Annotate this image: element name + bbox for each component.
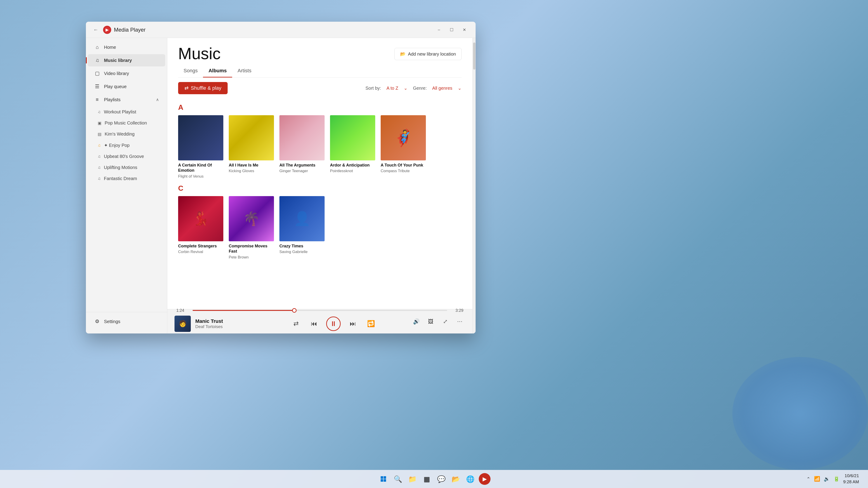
taskbar-files-button[interactable]: 📂 [450, 473, 462, 485]
sidebar: ⌂ Home ♫ Music library ▢ Video library ☰… [86, 38, 167, 333]
album-card[interactable]: All I Have Is Me Kicking Gloves [229, 115, 274, 179]
volume-button[interactable]: 🔊 [411, 316, 422, 327]
album-artist: Pointlessknot [330, 169, 375, 173]
chevron-up-icon: ∧ [156, 97, 159, 102]
track-text: Manic Trust Deaf Tortoises [195, 318, 256, 329]
chevron-up-system-icon[interactable]: ⌃ [807, 476, 810, 482]
album-artist: Kicking Gloves [229, 169, 274, 173]
settings-gear-icon: ⚙ [94, 319, 100, 324]
scrollbar-track[interactable] [472, 38, 475, 333]
sort-genre-controls: Sort by: A to Z ⌄ Genre: All genres ⌄ [366, 86, 462, 91]
genre-value[interactable]: All genres [432, 86, 452, 91]
playlist-item-enjoy-pop[interactable]: ♫ ✦ Enjoy Pop [91, 140, 165, 151]
taskbar-explorer-button[interactable]: 📁 [406, 473, 418, 485]
player-extras: 🔊 🖼 ⤢ ⋯ [411, 316, 465, 327]
close-button[interactable]: ✕ [458, 25, 470, 34]
more-options-button[interactable]: ⋯ [454, 316, 465, 327]
content-header: Music 📂 Add new library location Songs A… [167, 38, 472, 77]
add-library-button[interactable]: 📂 Add new library location [395, 48, 462, 60]
queue-icon: ☰ [94, 84, 100, 90]
sidebar-item-play-queue[interactable]: ☰ Play queue [88, 80, 165, 93]
album-card[interactable]: 💃 Complete Strangers Corbin Revival [178, 196, 223, 260]
playlist-music-icon-6: ♫ [98, 165, 101, 170]
taskbar-start-button[interactable] [377, 473, 389, 485]
album-artist: Pete Brown [229, 255, 274, 260]
shuffle-button[interactable]: ⇄ [290, 318, 302, 330]
minimize-button[interactable]: – [433, 25, 445, 34]
albums-scroll[interactable]: A A Certain Kind Of Emotion Flight of Ve… [167, 99, 472, 309]
album-card[interactable]: 👤 Crazy Times Saving Gabrielle [279, 196, 324, 260]
scrollbar-thumb[interactable] [473, 42, 475, 70]
time-start: 1:24 [176, 308, 189, 313]
album-art [330, 115, 375, 160]
playlist-item-pop[interactable]: ▣ Pop Music Collection [91, 118, 165, 128]
taskbar-datetime[interactable]: 10/6/21 9:28 AM [843, 473, 859, 485]
play-pause-button[interactable]: ⏸ [326, 317, 341, 331]
back-button[interactable]: ← [91, 25, 100, 34]
playlist-item-uplifting[interactable]: ♫ Uplifting Motions [91, 162, 165, 173]
track-artist: Deaf Tortoises [195, 324, 256, 329]
tab-songs[interactable]: Songs [178, 65, 203, 77]
wifi-icon[interactable]: 📶 [814, 476, 820, 482]
album-title: Ardor & Anticipation [330, 163, 375, 168]
playlist-item-wedding[interactable]: ▤ Kim's Wedding [91, 129, 165, 139]
media-player-window: ← ▶ Media Player – ☐ ✕ ⌂ Home ♫ Music li… [86, 22, 475, 333]
album-card[interactable]: 🌴 Compromise Moves Fast Pete Brown [229, 196, 274, 260]
progress-track[interactable] [193, 310, 447, 311]
album-card[interactable]: Ardor & Anticipation Pointlessknot [330, 115, 375, 179]
next-button[interactable]: ⏭ [347, 318, 359, 330]
album-artist: Corbin Revival [178, 250, 223, 254]
sidebar-item-music-library[interactable]: ♫ Music library [88, 54, 165, 66]
album-title: All I Have Is Me [229, 163, 274, 168]
genre-label: Genre: [413, 86, 427, 91]
shuffle-play-button[interactable]: ⇄ Shuffle & play [178, 82, 228, 94]
sidebar-item-video-library[interactable]: ▢ Video library [88, 67, 165, 79]
maximize-button[interactable]: ☐ [446, 25, 458, 34]
track-art: 🧑 [175, 316, 191, 332]
battery-icon[interactable]: 🔋 [833, 476, 839, 482]
window-controls: – ☐ ✕ [433, 25, 470, 34]
tab-albums[interactable]: Albums [203, 65, 232, 77]
genre-chevron-icon: ⌄ [458, 86, 462, 91]
album-art: 💃 [178, 196, 223, 241]
time-end: 3:29 [451, 308, 463, 313]
repeat-button[interactable]: 🔁 [365, 318, 377, 330]
sidebar-item-playlists[interactable]: ≡ Playlists ∧ [88, 94, 165, 106]
playlist-music-icon-7: ♫ [98, 176, 101, 181]
video-icon: ▢ [94, 70, 100, 76]
home-icon: ⌂ [94, 44, 100, 50]
taskbar-media-button[interactable]: ▶ [479, 473, 491, 485]
album-artist: Flight of Venus [178, 174, 223, 179]
album-card[interactable]: A Certain Kind Of Emotion Flight of Venu… [178, 115, 223, 179]
volume-icon[interactable]: 🔉 [824, 476, 830, 482]
playlist-item-upbeat[interactable]: ♫ Upbeat 80's Groove [91, 151, 165, 162]
previous-button[interactable]: ⏮ [308, 318, 320, 330]
album-artist: Saving Gabrielle [279, 250, 324, 254]
playlist-item-fantastic[interactable]: ♫ Fantastic Dream [91, 173, 165, 184]
album-art [178, 115, 223, 160]
album-card[interactable]: All The Arguments Ginger Teenager [279, 115, 324, 179]
taskbar-edge-button[interactable]: 🌐 [464, 473, 476, 485]
taskbar-search-button[interactable]: 🔍 [392, 473, 404, 485]
playlist-item-workout[interactable]: ♫ Workout Playlist [91, 107, 165, 117]
window-body: ⌂ Home ♫ Music library ▢ Video library ☰… [86, 38, 475, 333]
fullscreen-button[interactable]: ⤢ [440, 316, 451, 327]
svg-rect-1 [383, 476, 386, 479]
music-note-icon: ♫ [94, 57, 100, 63]
sidebar-item-settings[interactable]: ⚙ Settings [88, 315, 165, 328]
taskbar-widgets-button[interactable]: ▦ [421, 473, 433, 485]
sort-value[interactable]: A to Z [386, 86, 398, 91]
album-art: 🌴 [229, 196, 274, 241]
tab-artists[interactable]: Artists [232, 65, 257, 77]
add-library-icon: 📂 [400, 51, 406, 57]
playlist-music-icon-3: ▤ [98, 132, 101, 137]
album-title: A Certain Kind Of Emotion [178, 163, 223, 173]
miniplayer-button[interactable]: 🖼 [426, 316, 436, 327]
taskbar-teams-button[interactable]: 💬 [435, 473, 447, 485]
sidebar-item-home[interactable]: ⌂ Home [88, 41, 165, 53]
album-card[interactable]: 🦸 A Touch Of Your Punk Compass Tribute [381, 115, 426, 179]
album-title: Crazy Times [279, 243, 324, 249]
main-content: Music 📂 Add new library location Songs A… [167, 38, 472, 333]
titlebar: ← ▶ Media Player – ☐ ✕ [86, 22, 475, 38]
album-title: A Touch Of Your Punk [381, 163, 426, 168]
